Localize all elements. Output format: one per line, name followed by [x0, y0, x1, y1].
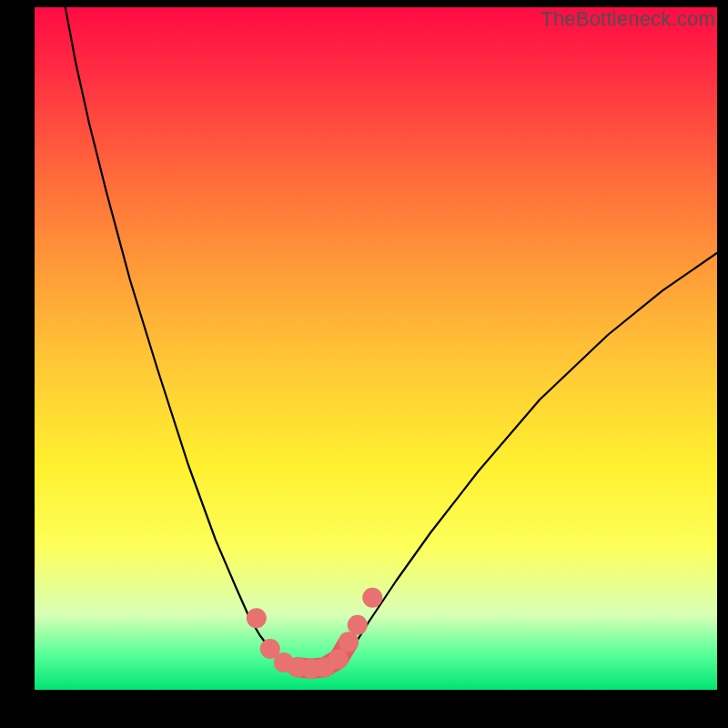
- curve-layer: [66, 7, 717, 670]
- markers-layer: [247, 588, 383, 679]
- chart-svg: [35, 7, 717, 690]
- bottleneck-curve: [66, 7, 298, 670]
- valley-marker-dot: [329, 649, 349, 669]
- valley-marker-dot: [348, 615, 368, 635]
- chart-plot-area: [35, 7, 717, 690]
- chart-frame: TheBottleneck.com: [0, 0, 728, 728]
- valley-marker-dot: [247, 608, 267, 628]
- watermark-text: TheBottleneck.com: [541, 7, 715, 31]
- valley-marker-dot: [362, 588, 382, 608]
- bottleneck-curve: [339, 253, 717, 670]
- valley-marker-dot: [339, 632, 359, 652]
